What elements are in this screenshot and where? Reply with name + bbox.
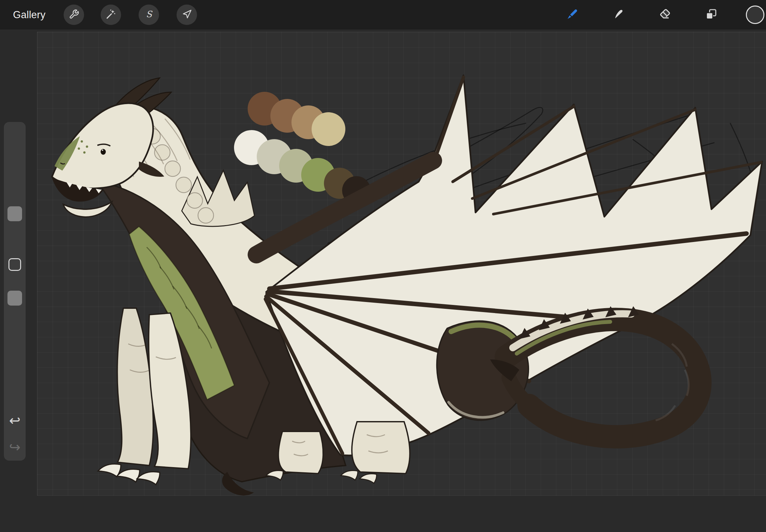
palette-swatches: [234, 92, 371, 205]
artwork[interactable]: [0, 0, 766, 532]
opacity-slider[interactable]: [7, 291, 22, 306]
paintbrush-icon: [566, 8, 578, 22]
adjustments-button[interactable]: [101, 5, 121, 25]
modify-button[interactable]: [8, 258, 21, 271]
gallery-button[interactable]: Gallery: [13, 0, 45, 30]
transform-button[interactable]: [176, 5, 197, 25]
eraser-icon: [659, 8, 671, 22]
paint-button[interactable]: [562, 5, 582, 25]
smudge-icon: [613, 8, 626, 22]
color-button[interactable]: [746, 6, 764, 24]
transform-arrow-icon: [182, 9, 192, 20]
layers-icon: [705, 8, 717, 22]
redo-button[interactable]: ↪: [4, 441, 26, 454]
svg-text:S: S: [146, 9, 152, 19]
undo-button[interactable]: ↩: [4, 414, 26, 428]
eye: [101, 149, 106, 155]
lower-jaw: [63, 202, 112, 217]
erase-button[interactable]: [655, 5, 675, 25]
layers-button[interactable]: [701, 5, 721, 25]
front-legs: [98, 308, 191, 485]
top-toolbar: Gallery S: [0, 0, 766, 30]
wrench-icon: [69, 9, 79, 21]
dragon-illustration: [52, 75, 762, 495]
selection-s-icon: S: [143, 9, 154, 21]
magic-wand-icon: [106, 9, 116, 21]
swatch: [311, 112, 345, 146]
smudge-button[interactable]: [609, 5, 629, 25]
sidebar: ↩ ↪: [4, 122, 26, 461]
selection-button[interactable]: S: [139, 5, 159, 25]
procreate-window: ↩ ↪ Gallery: [0, 0, 766, 532]
actions-button[interactable]: [64, 5, 84, 25]
canvas-area[interactable]: [0, 0, 766, 532]
brush-size-slider[interactable]: [7, 206, 22, 221]
